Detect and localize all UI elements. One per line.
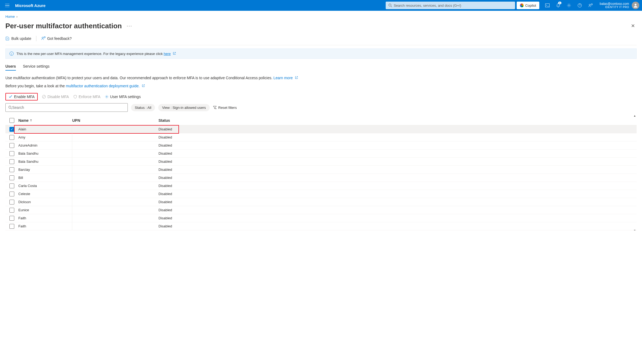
row-checkbox[interactable] (9, 183, 14, 188)
col-header-status[interactable]: Status (158, 118, 199, 123)
row-checkbox[interactable] (9, 159, 14, 164)
cell-name: Barclay (18, 166, 72, 174)
svg-point-7 (42, 37, 43, 39)
list-search-box[interactable] (5, 103, 128, 112)
table-row[interactable]: Bala SandhuDisabled (5, 150, 637, 158)
cell-name: Alain (18, 125, 72, 133)
banner-text: This is the new per-user MFA management … (16, 52, 176, 56)
user-pane[interactable]: balas@contoso.com IDENTITY IT PRO (600, 2, 629, 9)
feedback-label: Got feedback? (47, 36, 72, 41)
settings-button[interactable] (564, 0, 574, 11)
table-row[interactable]: FaithDisabled (5, 214, 637, 222)
cell-status: Disabled (158, 127, 199, 131)
bulk-update-button[interactable]: Bulk update (5, 36, 31, 41)
table-row[interactable]: BarclayDisabled (5, 166, 637, 174)
row-checkbox[interactable] (9, 224, 14, 229)
svg-point-3 (568, 5, 570, 6)
table-row[interactable]: CelesteDisabled (5, 190, 637, 198)
svg-line-13 (11, 108, 12, 109)
table-row[interactable]: AmyDisabled (5, 133, 637, 141)
row-checkbox[interactable] (9, 127, 14, 132)
copilot-button[interactable]: Copilot (517, 2, 539, 9)
scroll-down-arrow[interactable]: ▼ (633, 229, 637, 230)
row-checkbox[interactable] (9, 143, 14, 148)
row-checkbox[interactable] (9, 200, 14, 204)
table-row[interactable]: Carla CostaDisabled (5, 182, 637, 190)
search-icon (8, 106, 12, 109)
tab-users[interactable]: Users (5, 63, 16, 71)
hamburger-icon (5, 4, 9, 7)
cell-name: Bala Sandhu (18, 150, 72, 157)
row-checkbox[interactable] (9, 208, 14, 213)
copilot-icon (520, 4, 524, 7)
table-row[interactable]: EuniceDisabled (5, 206, 637, 214)
notification-badge: 1 (558, 2, 561, 4)
enforce-mfa-button: Enforce MFA (73, 95, 101, 99)
row-checkbox[interactable] (9, 216, 14, 221)
brand-label[interactable]: Microsoft Azure (15, 3, 46, 8)
row-checkbox[interactable] (9, 151, 14, 156)
help-button[interactable] (574, 0, 585, 11)
row-checkbox[interactable] (9, 192, 14, 196)
cell-status: Disabled (158, 160, 199, 164)
search-icon (388, 4, 392, 7)
external-link-icon (295, 76, 298, 79)
cell-name: Dickson (18, 198, 72, 206)
table-row[interactable]: AzureAdminDisabled (5, 141, 637, 150)
user-mfa-settings-button[interactable]: User MFA settings (105, 95, 141, 99)
feedback-button-cmd[interactable]: Got feedback? (41, 36, 72, 41)
reset-filters-button[interactable]: Reset filters (213, 106, 237, 110)
select-all-checkbox[interactable] (9, 118, 14, 123)
table-row[interactable]: DicksonDisabled (5, 198, 637, 206)
table-row[interactable]: Bala SandhuDisabled (5, 158, 637, 166)
banner-legacy-link[interactable]: here (164, 52, 171, 56)
cell-status: Disabled (158, 176, 199, 180)
svg-point-11 (106, 96, 107, 97)
enable-mfa-button[interactable]: Enable MFA (5, 93, 38, 100)
table-row[interactable]: AlainDisabled (5, 125, 637, 133)
cell-name: AzureAdmin (18, 141, 72, 149)
hamburger-menu[interactable] (3, 0, 12, 11)
svg-point-5 (589, 4, 591, 6)
deployment-guide-link[interactable]: multifactor authentication deployment gu… (66, 84, 140, 88)
tab-service-settings[interactable]: Service settings (23, 63, 50, 71)
info-icon (9, 51, 14, 56)
row-checkbox[interactable] (9, 167, 14, 172)
breadcrumb-home[interactable]: Home (5, 15, 15, 19)
separator (36, 36, 36, 41)
svg-rect-2 (546, 4, 550, 7)
disable-mfa-button: Disable MFA (42, 95, 69, 99)
cell-status: Disabled (158, 135, 199, 139)
cell-name: Carla Costa (18, 182, 72, 190)
list-search-input[interactable] (12, 105, 125, 110)
cell-status: Disabled (158, 224, 199, 228)
cell-status: Disabled (158, 143, 199, 147)
close-button[interactable]: ✕ (629, 21, 637, 30)
more-actions-button[interactable]: ··· (127, 23, 132, 29)
table-header: Name UPN Status (5, 116, 637, 125)
command-bar: Bulk update Got feedback? (5, 30, 637, 45)
notifications-button[interactable]: 1 (553, 0, 564, 11)
avatar[interactable] (632, 2, 639, 9)
page-title: Per-user multifactor authentication (5, 22, 122, 30)
col-header-upn[interactable]: UPN (72, 118, 158, 123)
cloud-shell-button[interactable] (542, 0, 553, 11)
global-search-box[interactable]: Search resources, services, and docs (G+… (386, 2, 515, 9)
user-email: balas@contoso.com (600, 2, 629, 6)
table-row[interactable]: FaithDisabled (5, 222, 637, 230)
row-checkbox[interactable] (9, 135, 14, 140)
enable-mfa-label: Enable MFA (14, 95, 34, 99)
col-header-name[interactable]: Name (18, 118, 72, 123)
cell-name: Bill (18, 174, 72, 182)
copilot-label: Copilot (525, 4, 536, 8)
cell-status: Disabled (158, 216, 199, 220)
bulk-update-icon (5, 36, 10, 41)
view-filter-pill[interactable]: View : Sign-in allowed users (158, 104, 209, 111)
feedback-button[interactable] (585, 0, 596, 11)
table-row[interactable]: BillDisabled (5, 174, 637, 182)
learn-more-link[interactable]: Learn more (274, 76, 293, 80)
scroll-up-arrow[interactable]: ▲ (633, 114, 637, 117)
status-filter-pill[interactable]: Status : All (131, 104, 155, 111)
cloud-shell-icon (545, 4, 550, 7)
row-checkbox[interactable] (9, 175, 14, 180)
